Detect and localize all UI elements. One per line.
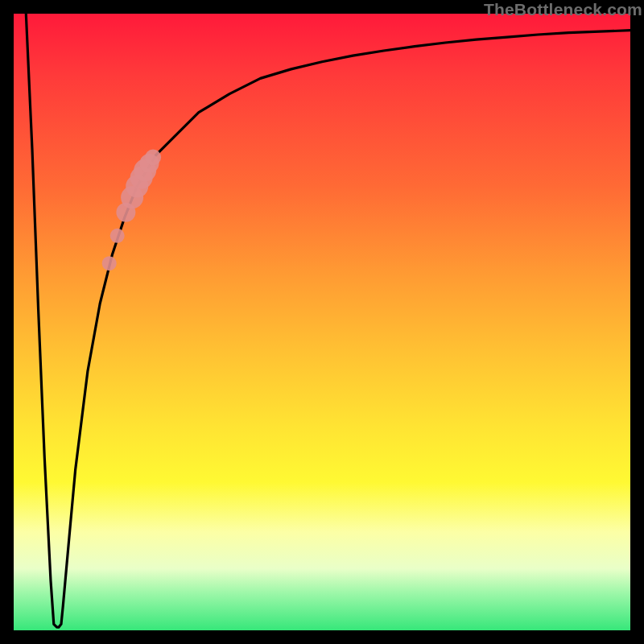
plot-area [14, 14, 630, 630]
bottleneck-curve [26, 14, 630, 627]
watermark-label: TheBottleneck.com [484, 0, 642, 19]
highlight-dots [102, 150, 161, 271]
highlight-dot [110, 229, 125, 243]
curve-svg [14, 14, 630, 630]
highlight-dot [145, 150, 161, 166]
chart-frame: TheBottleneck.com [0, 0, 644, 644]
highlight-dot [102, 256, 117, 270]
